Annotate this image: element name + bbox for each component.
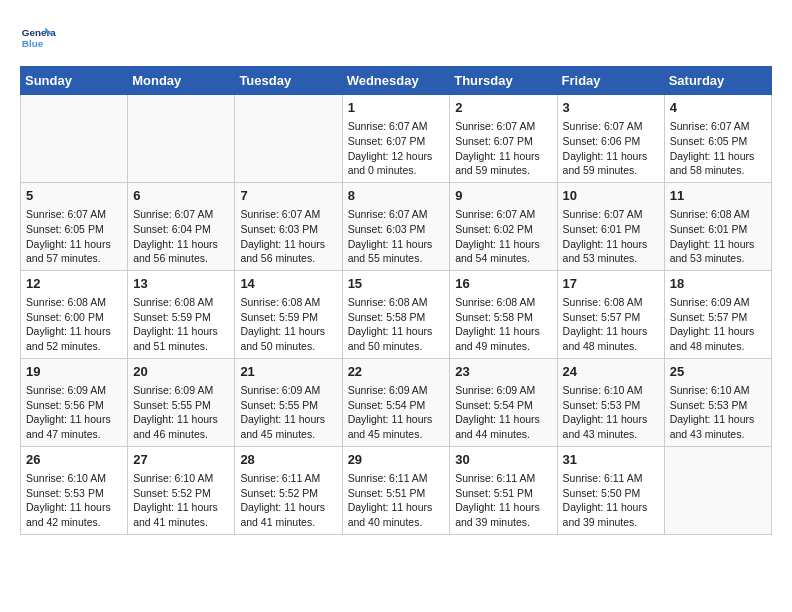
day-info: Sunrise: 6:07 AM Sunset: 6:05 PM Dayligh… [26, 207, 122, 266]
day-number: 29 [348, 451, 445, 469]
logo-icon: General Blue [20, 20, 56, 56]
day-info: Sunrise: 6:08 AM Sunset: 5:57 PM Dayligh… [563, 295, 659, 354]
calendar-cell: 23Sunrise: 6:09 AM Sunset: 5:54 PM Dayli… [450, 358, 557, 446]
calendar-cell: 17Sunrise: 6:08 AM Sunset: 5:57 PM Dayli… [557, 270, 664, 358]
day-info: Sunrise: 6:08 AM Sunset: 5:58 PM Dayligh… [348, 295, 445, 354]
calendar-cell: 25Sunrise: 6:10 AM Sunset: 5:53 PM Dayli… [664, 358, 771, 446]
day-number: 27 [133, 451, 229, 469]
day-info: Sunrise: 6:07 AM Sunset: 6:07 PM Dayligh… [455, 119, 551, 178]
day-number: 2 [455, 99, 551, 117]
day-info: Sunrise: 6:07 AM Sunset: 6:03 PM Dayligh… [240, 207, 336, 266]
day-number: 26 [26, 451, 122, 469]
calendar-table: SundayMondayTuesdayWednesdayThursdayFrid… [20, 66, 772, 535]
calendar-week-row: 12Sunrise: 6:08 AM Sunset: 6:00 PM Dayli… [21, 270, 772, 358]
calendar-week-row: 19Sunrise: 6:09 AM Sunset: 5:56 PM Dayli… [21, 358, 772, 446]
day-number: 15 [348, 275, 445, 293]
calendar-cell [664, 446, 771, 534]
day-number: 9 [455, 187, 551, 205]
day-info: Sunrise: 6:07 AM Sunset: 6:07 PM Dayligh… [348, 119, 445, 178]
day-number: 25 [670, 363, 766, 381]
weekday-header-row: SundayMondayTuesdayWednesdayThursdayFrid… [21, 67, 772, 95]
calendar-cell [128, 95, 235, 183]
calendar-cell: 31Sunrise: 6:11 AM Sunset: 5:50 PM Dayli… [557, 446, 664, 534]
day-info: Sunrise: 6:09 AM Sunset: 5:56 PM Dayligh… [26, 383, 122, 442]
day-number: 20 [133, 363, 229, 381]
day-info: Sunrise: 6:09 AM Sunset: 5:54 PM Dayligh… [455, 383, 551, 442]
calendar-week-row: 5Sunrise: 6:07 AM Sunset: 6:05 PM Daylig… [21, 182, 772, 270]
day-number: 31 [563, 451, 659, 469]
day-number: 11 [670, 187, 766, 205]
day-info: Sunrise: 6:08 AM Sunset: 5:59 PM Dayligh… [240, 295, 336, 354]
calendar-cell: 18Sunrise: 6:09 AM Sunset: 5:57 PM Dayli… [664, 270, 771, 358]
day-info: Sunrise: 6:09 AM Sunset: 5:55 PM Dayligh… [133, 383, 229, 442]
calendar-cell: 19Sunrise: 6:09 AM Sunset: 5:56 PM Dayli… [21, 358, 128, 446]
calendar-cell [21, 95, 128, 183]
calendar-cell: 21Sunrise: 6:09 AM Sunset: 5:55 PM Dayli… [235, 358, 342, 446]
calendar-cell: 30Sunrise: 6:11 AM Sunset: 5:51 PM Dayli… [450, 446, 557, 534]
calendar-cell: 5Sunrise: 6:07 AM Sunset: 6:05 PM Daylig… [21, 182, 128, 270]
day-info: Sunrise: 6:07 AM Sunset: 6:03 PM Dayligh… [348, 207, 445, 266]
day-number: 5 [26, 187, 122, 205]
day-number: 14 [240, 275, 336, 293]
day-info: Sunrise: 6:09 AM Sunset: 5:55 PM Dayligh… [240, 383, 336, 442]
day-number: 16 [455, 275, 551, 293]
page-header: General Blue [20, 20, 772, 56]
svg-text:General: General [22, 27, 56, 38]
calendar-cell: 24Sunrise: 6:10 AM Sunset: 5:53 PM Dayli… [557, 358, 664, 446]
day-info: Sunrise: 6:07 AM Sunset: 6:01 PM Dayligh… [563, 207, 659, 266]
calendar-week-row: 26Sunrise: 6:10 AM Sunset: 5:53 PM Dayli… [21, 446, 772, 534]
day-number: 10 [563, 187, 659, 205]
calendar-cell: 9Sunrise: 6:07 AM Sunset: 6:02 PM Daylig… [450, 182, 557, 270]
day-number: 21 [240, 363, 336, 381]
weekday-header-thursday: Thursday [450, 67, 557, 95]
calendar-cell: 7Sunrise: 6:07 AM Sunset: 6:03 PM Daylig… [235, 182, 342, 270]
calendar-cell: 29Sunrise: 6:11 AM Sunset: 5:51 PM Dayli… [342, 446, 450, 534]
day-info: Sunrise: 6:11 AM Sunset: 5:52 PM Dayligh… [240, 471, 336, 530]
day-number: 24 [563, 363, 659, 381]
day-number: 6 [133, 187, 229, 205]
calendar-cell: 15Sunrise: 6:08 AM Sunset: 5:58 PM Dayli… [342, 270, 450, 358]
calendar-cell: 10Sunrise: 6:07 AM Sunset: 6:01 PM Dayli… [557, 182, 664, 270]
weekday-header-monday: Monday [128, 67, 235, 95]
day-info: Sunrise: 6:09 AM Sunset: 5:57 PM Dayligh… [670, 295, 766, 354]
day-number: 23 [455, 363, 551, 381]
day-info: Sunrise: 6:11 AM Sunset: 5:51 PM Dayligh… [348, 471, 445, 530]
calendar-cell: 28Sunrise: 6:11 AM Sunset: 5:52 PM Dayli… [235, 446, 342, 534]
calendar-cell [235, 95, 342, 183]
day-info: Sunrise: 6:09 AM Sunset: 5:54 PM Dayligh… [348, 383, 445, 442]
day-info: Sunrise: 6:08 AM Sunset: 6:00 PM Dayligh… [26, 295, 122, 354]
calendar-cell: 6Sunrise: 6:07 AM Sunset: 6:04 PM Daylig… [128, 182, 235, 270]
day-number: 17 [563, 275, 659, 293]
day-number: 4 [670, 99, 766, 117]
weekday-header-sunday: Sunday [21, 67, 128, 95]
day-info: Sunrise: 6:10 AM Sunset: 5:53 PM Dayligh… [670, 383, 766, 442]
day-info: Sunrise: 6:10 AM Sunset: 5:52 PM Dayligh… [133, 471, 229, 530]
day-info: Sunrise: 6:07 AM Sunset: 6:02 PM Dayligh… [455, 207, 551, 266]
calendar-cell: 1Sunrise: 6:07 AM Sunset: 6:07 PM Daylig… [342, 95, 450, 183]
day-number: 13 [133, 275, 229, 293]
logo: General Blue [20, 20, 60, 56]
day-number: 1 [348, 99, 445, 117]
weekday-header-saturday: Saturday [664, 67, 771, 95]
day-info: Sunrise: 6:08 AM Sunset: 5:59 PM Dayligh… [133, 295, 229, 354]
day-number: 28 [240, 451, 336, 469]
day-info: Sunrise: 6:07 AM Sunset: 6:05 PM Dayligh… [670, 119, 766, 178]
calendar-cell: 27Sunrise: 6:10 AM Sunset: 5:52 PM Dayli… [128, 446, 235, 534]
day-info: Sunrise: 6:11 AM Sunset: 5:51 PM Dayligh… [455, 471, 551, 530]
calendar-cell: 12Sunrise: 6:08 AM Sunset: 6:00 PM Dayli… [21, 270, 128, 358]
day-number: 22 [348, 363, 445, 381]
calendar-cell: 3Sunrise: 6:07 AM Sunset: 6:06 PM Daylig… [557, 95, 664, 183]
calendar-cell: 13Sunrise: 6:08 AM Sunset: 5:59 PM Dayli… [128, 270, 235, 358]
day-info: Sunrise: 6:11 AM Sunset: 5:50 PM Dayligh… [563, 471, 659, 530]
calendar-cell: 2Sunrise: 6:07 AM Sunset: 6:07 PM Daylig… [450, 95, 557, 183]
day-info: Sunrise: 6:08 AM Sunset: 5:58 PM Dayligh… [455, 295, 551, 354]
calendar-cell: 8Sunrise: 6:07 AM Sunset: 6:03 PM Daylig… [342, 182, 450, 270]
calendar-cell: 20Sunrise: 6:09 AM Sunset: 5:55 PM Dayli… [128, 358, 235, 446]
day-number: 30 [455, 451, 551, 469]
calendar-cell: 22Sunrise: 6:09 AM Sunset: 5:54 PM Dayli… [342, 358, 450, 446]
day-number: 8 [348, 187, 445, 205]
day-info: Sunrise: 6:08 AM Sunset: 6:01 PM Dayligh… [670, 207, 766, 266]
weekday-header-tuesday: Tuesday [235, 67, 342, 95]
calendar-cell: 11Sunrise: 6:08 AM Sunset: 6:01 PM Dayli… [664, 182, 771, 270]
svg-text:Blue: Blue [22, 38, 44, 49]
